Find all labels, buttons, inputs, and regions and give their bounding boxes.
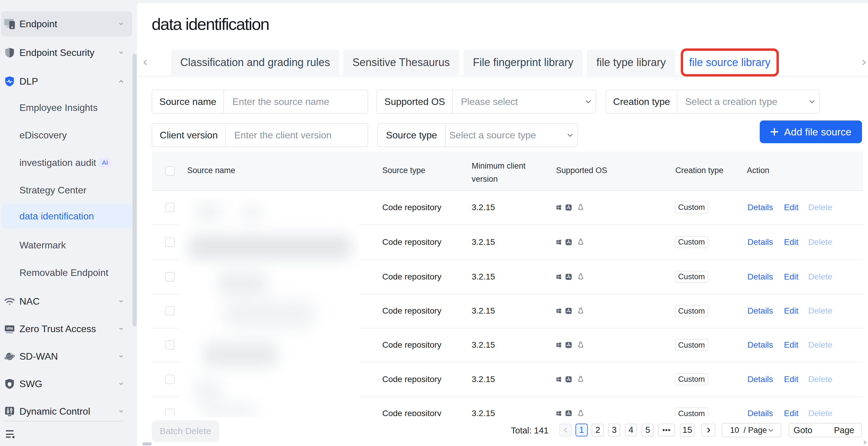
- svg-text:VPN: VPN: [6, 327, 13, 330]
